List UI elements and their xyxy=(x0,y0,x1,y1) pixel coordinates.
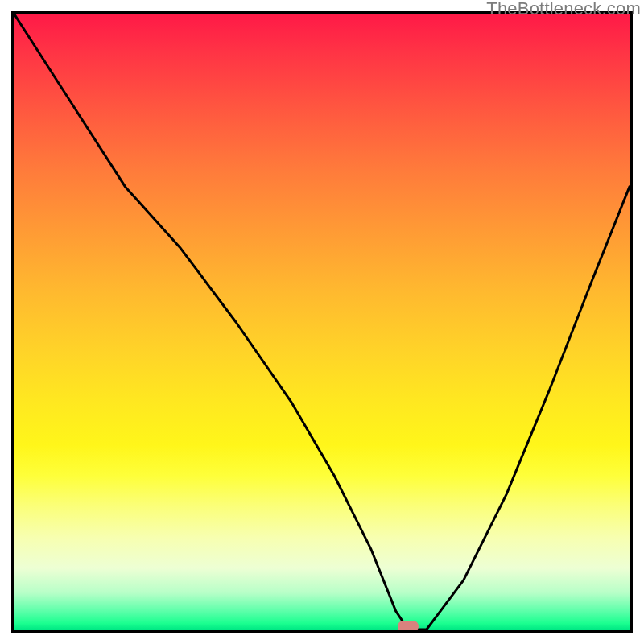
watermark-text: TheBottleneck.com xyxy=(486,0,641,19)
axis-right xyxy=(630,11,633,633)
axis-bottom xyxy=(11,630,633,633)
bottleneck-curve xyxy=(14,14,630,630)
plot-area xyxy=(14,14,630,630)
optimal-point-marker xyxy=(398,621,419,630)
bottleneck-chart: TheBottleneck.com xyxy=(0,0,644,644)
